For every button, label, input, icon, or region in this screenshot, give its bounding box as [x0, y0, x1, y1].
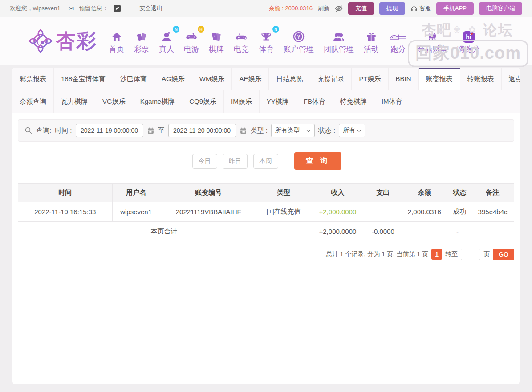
cell-remark: 395e4b4c: [471, 202, 514, 222]
tab-wali-boardgames[interactable]: 瓦力棋牌: [54, 90, 95, 113]
nav-item-live[interactable]: N 真人: [159, 28, 174, 54]
tab-yy-boardgames[interactable]: YY棋牌: [260, 90, 296, 113]
tab-fb-sports[interactable]: FB体育: [296, 90, 333, 113]
pagination-info: 总计 1 个记录, 分为 1 页, 当前第 1 页: [326, 250, 428, 258]
nav-item-team[interactable]: 团队管理: [324, 28, 354, 54]
goto-page-input[interactable]: [461, 249, 480, 260]
mobile-app-button[interactable]: 手机APP: [436, 2, 474, 15]
status-select[interactable]: 所有: [339, 124, 365, 137]
balance-value: 2000.0316: [285, 5, 313, 12]
cell-change-no: 20221119VBBAIIAIHF: [160, 202, 257, 222]
svg-text:¥: ¥: [297, 34, 300, 40]
go-button[interactable]: GO: [493, 249, 514, 260]
cards-icon: [209, 28, 224, 43]
coin-yuan-icon: ¥: [284, 28, 314, 43]
query-label: 查询:: [36, 127, 51, 135]
cell-username: wipseven1: [112, 202, 160, 222]
tab-deposit-withdraw-record[interactable]: 充提记录: [310, 68, 352, 90]
content-card: 彩票报表 188金宝博体育 沙巴体育 AG娱乐 WM娱乐 AE娱乐 日结总览 充…: [12, 68, 520, 384]
tab-balance-query[interactable]: 余额查询: [12, 90, 54, 113]
summary-expense: -0.0000: [365, 222, 401, 241]
main-nav: 首页 彩票 N 真人 H 电游 棋牌: [104, 28, 485, 54]
cell-status: 成功: [448, 202, 471, 222]
edit-icon[interactable]: [114, 5, 121, 12]
hi-icon: hi: [457, 28, 480, 43]
logo-flower-icon: [28, 28, 53, 54]
cell-expense: [365, 202, 401, 222]
time-to-input[interactable]: [168, 124, 236, 137]
tab-tetu-boardgames[interactable]: 特兔棋牌: [333, 90, 374, 113]
tab-vg-casino[interactable]: VG娱乐: [95, 90, 133, 113]
tab-account-change-report[interactable]: 账变报表: [419, 68, 460, 90]
logout-link[interactable]: 安全退出: [139, 4, 162, 12]
nav-item-boardgames[interactable]: 棋牌: [209, 28, 224, 54]
tab-daily-summary[interactable]: 日结总览: [269, 68, 310, 90]
this-week-button[interactable]: 本周: [253, 154, 278, 169]
tab-lottery-report[interactable]: 彩票报表: [12, 68, 54, 90]
tab-transfer-report[interactable]: 转账报表: [460, 68, 502, 90]
table-header-row: 时间 用户名 账变编号 类型 收入 支出 余额 状态 备注: [18, 184, 514, 202]
cell-income: +2,000.0000: [310, 202, 365, 222]
today-button[interactable]: 今日: [192, 154, 217, 169]
tab-cq9-casino[interactable]: CQ9娱乐: [182, 90, 224, 113]
header-username: 用户名: [112, 184, 160, 202]
summary-row: 本页合计 +2,000.0000 -0.0000 -: [18, 222, 514, 241]
status-label: 状态 :: [318, 127, 335, 135]
nav-item-esports[interactable]: 电竞: [234, 28, 249, 54]
search-button[interactable]: 查 询: [294, 152, 341, 170]
brand-text: 杏彩: [56, 28, 97, 54]
customer-service-label: 客服: [419, 4, 431, 12]
header-balance: 余额: [401, 184, 448, 202]
pagination: 总计 1 个记录, 分为 1 页, 当前第 1 页 1 转至 页 GO: [18, 249, 514, 260]
recharge-button[interactable]: 充值: [348, 2, 374, 15]
nav-item-lottery[interactable]: 彩票: [134, 28, 149, 54]
tab-im-sports[interactable]: IM体育: [374, 90, 410, 113]
tab-ae-casino[interactable]: AE娱乐: [232, 68, 269, 90]
tab-pt-casino[interactable]: PT娱乐: [352, 68, 388, 90]
refresh-link[interactable]: 刷新: [318, 4, 329, 12]
nav-item-sports[interactable]: N 体育: [259, 28, 274, 54]
report-table: 时间 用户名 账变编号 类型 收入 支出 余额 状态 备注 2022-11-19…: [18, 183, 514, 241]
summary-income: +2,000.0000: [310, 222, 365, 241]
tab-188jbb-sports[interactable]: 188金宝博体育: [54, 68, 113, 90]
tab-bbin[interactable]: BBIN: [389, 68, 419, 90]
header-expense: 支出: [365, 184, 401, 202]
nav-item-account[interactable]: ¥ 账户管理: [284, 28, 314, 54]
goto-label: 转至: [445, 250, 458, 258]
nav-item-jinding[interactable]: 金鼎财富: [417, 28, 447, 54]
time-from-input[interactable]: [76, 124, 143, 137]
nav-item-promotions[interactable]: 活动: [364, 28, 379, 54]
eye-off-icon[interactable]: [335, 4, 343, 12]
pc-client-button[interactable]: 电脑客户端: [479, 2, 522, 15]
trophy-icon: N: [259, 28, 274, 43]
calendar-icon[interactable]: [147, 127, 154, 135]
type-label: 类型 :: [251, 127, 268, 135]
yesterday-button[interactable]: 昨日: [223, 154, 248, 169]
tab-im-casino[interactable]: IM娱乐: [224, 90, 260, 113]
type-select-value: 所有类型: [275, 127, 300, 135]
header-change-no: 账变编号: [160, 184, 257, 202]
status-select-value: 所有: [343, 127, 355, 135]
site-logo[interactable]: 杏彩: [28, 28, 97, 54]
chevron-down-icon: [306, 128, 311, 133]
query-bar: 查询: 时间 : 至 类型 : 所有类型 状态 : 所有: [18, 119, 514, 142]
nav-item-home[interactable]: 首页: [109, 28, 124, 54]
tab-shaba-sports[interactable]: 沙巴体育: [113, 68, 154, 90]
tab-ag-casino[interactable]: AG娱乐: [154, 68, 192, 90]
calendar-icon[interactable]: [240, 127, 247, 135]
slots-gamepad-icon: H: [184, 28, 199, 43]
customer-service-link[interactable]: 客服: [410, 4, 431, 12]
withdraw-button[interactable]: 提现: [379, 2, 405, 15]
cell-time: 2022-11-19 16:15:33: [18, 202, 113, 222]
page-1-button[interactable]: 1: [431, 249, 442, 260]
type-select[interactable]: 所有类型: [271, 124, 315, 137]
nav-item-paofen[interactable]: 跑分: [389, 28, 407, 54]
new-badge: N: [272, 26, 279, 33]
message-icon[interactable]: ✉: [68, 4, 74, 12]
nav-item-slots[interactable]: H 电游: [184, 28, 199, 54]
tab-rebate-total[interactable]: 返点总额: [502, 68, 520, 90]
tab-kgame-boardgames[interactable]: Kgame棋牌: [133, 90, 183, 113]
live-person-icon: N: [159, 28, 174, 43]
nav-item-hipaofen[interactable]: hi 嗨跑分: [457, 28, 480, 54]
tab-wm-casino[interactable]: WM娱乐: [192, 68, 232, 90]
